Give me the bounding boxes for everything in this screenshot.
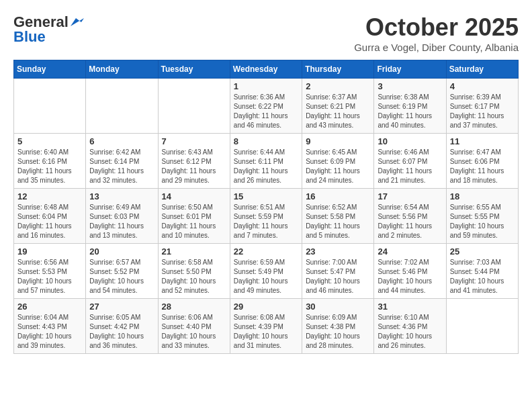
calendar-cell: 5Sunrise: 6:40 AM Sunset: 6:16 PM Daylig… (14, 134, 86, 189)
calendar-table: SundayMondayTuesdayWednesdayThursdayFrid… (13, 60, 519, 354)
calendar-cell (158, 79, 230, 134)
day-info: Sunrise: 6:10 AM Sunset: 4:36 PM Dayligh… (378, 313, 442, 351)
day-info: Sunrise: 6:49 AM Sunset: 6:03 PM Dayligh… (89, 203, 154, 240)
day-header-thursday: Thursday (302, 60, 374, 79)
calendar-cell: 11Sunrise: 6:47 AM Sunset: 6:06 PM Dayli… (446, 134, 518, 189)
calendar-week-row: 19Sunrise: 6:56 AM Sunset: 5:53 PM Dayli… (14, 244, 519, 299)
day-info: Sunrise: 6:56 AM Sunset: 5:53 PM Dayligh… (17, 258, 82, 295)
calendar-cell: 16Sunrise: 6:52 AM Sunset: 5:58 PM Dayli… (302, 189, 374, 244)
day-number: 16 (306, 191, 370, 201)
day-number: 13 (89, 191, 154, 201)
day-number: 31 (378, 302, 442, 312)
day-info: Sunrise: 6:46 AM Sunset: 6:07 PM Dayligh… (378, 148, 442, 185)
calendar-cell: 22Sunrise: 6:59 AM Sunset: 5:49 PM Dayli… (230, 244, 302, 299)
day-info: Sunrise: 6:55 AM Sunset: 5:55 PM Dayligh… (450, 203, 515, 240)
day-info: Sunrise: 6:59 AM Sunset: 5:49 PM Dayligh… (234, 258, 298, 295)
day-info: Sunrise: 6:06 AM Sunset: 4:40 PM Dayligh… (162, 313, 226, 351)
calendar-cell (14, 79, 86, 134)
calendar-cell: 15Sunrise: 6:51 AM Sunset: 5:59 PM Dayli… (230, 189, 302, 244)
svg-marker-0 (71, 18, 84, 26)
day-number: 10 (378, 136, 442, 146)
day-info: Sunrise: 6:50 AM Sunset: 6:01 PM Dayligh… (162, 203, 226, 240)
day-number: 6 (89, 136, 154, 146)
location-subtitle: Gurra e Vogel, Diber County, Albania (354, 42, 519, 53)
day-number: 8 (234, 136, 298, 146)
calendar-cell: 4Sunrise: 6:39 AM Sunset: 6:17 PM Daylig… (446, 79, 518, 134)
day-info: Sunrise: 6:39 AM Sunset: 6:17 PM Dayligh… (450, 93, 515, 130)
calendar-header-row: SundayMondayTuesdayWednesdayThursdayFrid… (14, 60, 519, 79)
calendar-cell: 13Sunrise: 6:49 AM Sunset: 6:03 PM Dayli… (86, 189, 158, 244)
day-info: Sunrise: 6:04 AM Sunset: 4:43 PM Dayligh… (17, 313, 82, 351)
calendar-week-row: 5Sunrise: 6:40 AM Sunset: 6:16 PM Daylig… (14, 134, 519, 189)
calendar-cell: 9Sunrise: 6:45 AM Sunset: 6:09 PM Daylig… (302, 134, 374, 189)
calendar-cell: 8Sunrise: 6:44 AM Sunset: 6:11 PM Daylig… (230, 134, 302, 189)
day-info: Sunrise: 7:02 AM Sunset: 5:46 PM Dayligh… (378, 258, 442, 295)
calendar-cell: 28Sunrise: 6:06 AM Sunset: 4:40 PM Dayli… (158, 299, 230, 354)
day-number: 21 (162, 246, 226, 257)
day-info: Sunrise: 6:08 AM Sunset: 4:39 PM Dayligh… (234, 313, 298, 351)
day-number: 2 (306, 81, 370, 91)
day-header-sunday: Sunday (14, 60, 86, 79)
day-number: 22 (234, 246, 298, 257)
calendar-cell: 27Sunrise: 6:05 AM Sunset: 4:42 PM Dayli… (86, 299, 158, 354)
logo-icon (69, 17, 84, 28)
day-number: 26 (17, 302, 82, 312)
calendar-week-row: 1Sunrise: 6:36 AM Sunset: 6:22 PM Daylig… (14, 79, 519, 134)
calendar-week-row: 12Sunrise: 6:48 AM Sunset: 6:04 PM Dayli… (14, 189, 519, 244)
day-info: Sunrise: 6:58 AM Sunset: 5:50 PM Dayligh… (162, 258, 226, 295)
day-number: 7 (162, 136, 226, 146)
day-number: 23 (306, 246, 370, 257)
calendar-cell (86, 79, 158, 134)
calendar-week-row: 26Sunrise: 6:04 AM Sunset: 4:43 PM Dayli… (14, 299, 519, 354)
calendar-cell: 17Sunrise: 6:54 AM Sunset: 5:56 PM Dayli… (374, 189, 446, 244)
day-number: 1 (234, 81, 298, 91)
calendar-cell: 23Sunrise: 7:00 AM Sunset: 5:47 PM Dayli… (302, 244, 374, 299)
day-info: Sunrise: 6:37 AM Sunset: 6:21 PM Dayligh… (306, 93, 370, 130)
day-header-wednesday: Wednesday (230, 60, 302, 79)
day-number: 11 (450, 136, 515, 146)
day-info: Sunrise: 6:43 AM Sunset: 6:12 PM Dayligh… (162, 148, 226, 185)
day-number: 24 (378, 246, 442, 257)
day-info: Sunrise: 6:40 AM Sunset: 6:16 PM Dayligh… (17, 148, 82, 185)
day-number: 4 (450, 81, 515, 91)
day-number: 17 (378, 191, 442, 201)
day-number: 19 (17, 246, 82, 257)
day-number: 29 (234, 302, 298, 312)
day-info: Sunrise: 7:00 AM Sunset: 5:47 PM Dayligh… (306, 258, 370, 295)
day-header-saturday: Saturday (446, 60, 518, 79)
day-info: Sunrise: 6:42 AM Sunset: 6:14 PM Dayligh… (89, 148, 154, 185)
day-number: 30 (306, 302, 370, 312)
month-title: October 2025 (354, 13, 519, 42)
day-info: Sunrise: 6:45 AM Sunset: 6:09 PM Dayligh… (306, 148, 370, 185)
day-info: Sunrise: 6:52 AM Sunset: 5:58 PM Dayligh… (306, 203, 370, 240)
day-info: Sunrise: 6:36 AM Sunset: 6:22 PM Dayligh… (234, 93, 298, 130)
logo-blue: Blue (13, 28, 46, 46)
calendar-cell: 12Sunrise: 6:48 AM Sunset: 6:04 PM Dayli… (14, 189, 86, 244)
title-block: October 2025 Gurra e Vogel, Diber County… (354, 13, 519, 53)
calendar-cell: 2Sunrise: 6:37 AM Sunset: 6:21 PM Daylig… (302, 79, 374, 134)
calendar-cell: 14Sunrise: 6:50 AM Sunset: 6:01 PM Dayli… (158, 189, 230, 244)
calendar-cell: 25Sunrise: 7:03 AM Sunset: 5:44 PM Dayli… (446, 244, 518, 299)
day-header-friday: Friday (374, 60, 446, 79)
calendar-cell: 7Sunrise: 6:43 AM Sunset: 6:12 PM Daylig… (158, 134, 230, 189)
day-info: Sunrise: 6:48 AM Sunset: 6:04 PM Dayligh… (17, 203, 82, 240)
calendar-cell: 30Sunrise: 6:09 AM Sunset: 4:38 PM Dayli… (302, 299, 374, 354)
calendar-cell: 20Sunrise: 6:57 AM Sunset: 5:52 PM Dayli… (86, 244, 158, 299)
day-number: 12 (17, 191, 82, 201)
calendar-cell: 18Sunrise: 6:55 AM Sunset: 5:55 PM Dayli… (446, 189, 518, 244)
day-number: 14 (162, 191, 226, 201)
calendar-cell: 29Sunrise: 6:08 AM Sunset: 4:39 PM Dayli… (230, 299, 302, 354)
day-number: 3 (378, 81, 442, 91)
calendar-cell: 19Sunrise: 6:56 AM Sunset: 5:53 PM Dayli… (14, 244, 86, 299)
day-number: 15 (234, 191, 298, 201)
calendar-cell: 21Sunrise: 6:58 AM Sunset: 5:50 PM Dayli… (158, 244, 230, 299)
day-number: 27 (89, 302, 154, 312)
calendar-cell: 1Sunrise: 6:36 AM Sunset: 6:22 PM Daylig… (230, 79, 302, 134)
day-info: Sunrise: 6:38 AM Sunset: 6:19 PM Dayligh… (378, 93, 442, 130)
day-info: Sunrise: 6:54 AM Sunset: 5:56 PM Dayligh… (378, 203, 442, 240)
day-info: Sunrise: 6:44 AM Sunset: 6:11 PM Dayligh… (234, 148, 298, 185)
calendar-cell (446, 299, 518, 354)
day-info: Sunrise: 6:47 AM Sunset: 6:06 PM Dayligh… (450, 148, 515, 185)
day-header-tuesday: Tuesday (158, 60, 230, 79)
calendar-cell: 6Sunrise: 6:42 AM Sunset: 6:14 PM Daylig… (86, 134, 158, 189)
